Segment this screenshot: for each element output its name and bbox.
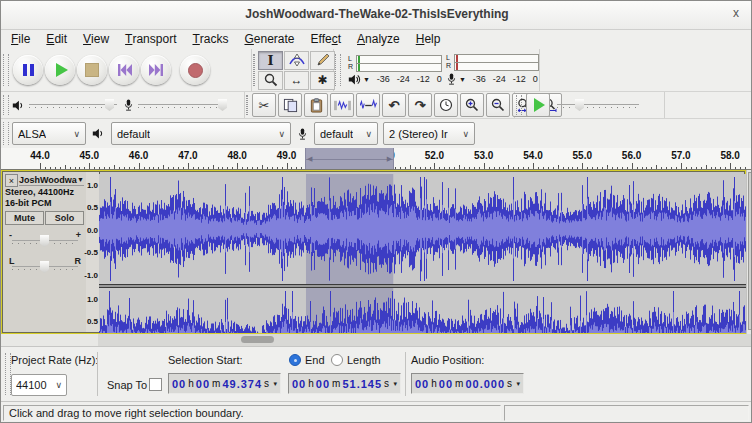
trim-audio-button[interactable] xyxy=(330,93,354,117)
selection-end-field[interactable]: 00h 00m 51.145s ▾ xyxy=(288,373,401,394)
track-name: JoshWoodwa xyxy=(19,175,77,185)
title-bar[interactable]: JoshWoodward-TheWake-02-ThisIsEverything… xyxy=(1,1,752,30)
solo-button[interactable]: Solo xyxy=(45,211,84,225)
minutes-value[interactable]: 00 xyxy=(196,378,210,390)
ruler-selection-region[interactable]: ◀▶ xyxy=(305,148,394,169)
track-close-button[interactable]: × xyxy=(5,174,18,187)
recording-channels-select[interactable]: 2 (Stereo) Ir ∨ xyxy=(383,122,475,145)
play-at-speed-button[interactable] xyxy=(526,93,550,117)
hours-value[interactable]: 00 xyxy=(415,378,429,390)
menu-item-view[interactable]: View xyxy=(75,29,117,49)
toolbar-grip[interactable] xyxy=(253,54,255,87)
waveform-channel-left[interactable] xyxy=(99,174,746,284)
meter-dropdown-icon[interactable]: ▼ xyxy=(459,76,466,83)
pause-button[interactable] xyxy=(13,55,43,85)
zoom-in-icon xyxy=(465,98,479,112)
menu-item-transport[interactable]: Transport xyxy=(117,29,184,49)
undo-button[interactable]: ↶ xyxy=(382,93,406,117)
draw-tool-button[interactable] xyxy=(310,51,335,70)
hours-value[interactable]: 00 xyxy=(292,378,306,390)
menu-item-help[interactable]: Help xyxy=(408,29,449,49)
stop-button[interactable] xyxy=(77,55,107,85)
menu-item-generate[interactable]: Generate xyxy=(236,29,302,49)
seconds-unit: s xyxy=(507,378,512,389)
mute-button[interactable]: Mute xyxy=(5,211,44,225)
playback-speed-slider[interactable] xyxy=(557,98,639,112)
sync-lock-button[interactable] xyxy=(434,93,458,117)
minutes-value[interactable]: 00 xyxy=(439,378,453,390)
playback-device-select[interactable]: default ∨ xyxy=(111,122,291,145)
waveform-channel-right[interactable] xyxy=(99,288,746,333)
record-button[interactable] xyxy=(180,55,210,85)
seconds-value[interactable]: 51.145 xyxy=(342,378,382,390)
zoom-tool-button[interactable] xyxy=(258,71,283,90)
end-radio[interactable] xyxy=(289,354,301,366)
toolbar-grip[interactable] xyxy=(335,54,341,87)
redo-button[interactable]: ↷ xyxy=(408,93,432,117)
audio-track[interactable]: × JoshWoodwa ▼ Stereo, 44100Hz 16-bit PC… xyxy=(1,170,746,334)
toolbar-grip[interactable] xyxy=(516,95,522,115)
project-rate-select[interactable]: 44100 ∨ xyxy=(11,374,67,396)
seconds-value[interactable]: 49.374 xyxy=(222,378,262,390)
skip-to-start-button[interactable] xyxy=(109,55,139,85)
vertical-scrollbar[interactable] xyxy=(746,170,752,334)
play-button[interactable] xyxy=(45,55,75,85)
microphone-icon[interactable] xyxy=(446,72,457,86)
silence-audio-button[interactable] xyxy=(356,93,380,117)
paste-button[interactable] xyxy=(304,93,328,117)
field-caret-icon[interactable]: ▾ xyxy=(273,380,277,388)
field-caret-icon[interactable]: ▾ xyxy=(393,380,397,388)
multi-tool-button[interactable]: ✱ xyxy=(310,71,335,90)
window-close-button[interactable]: x xyxy=(733,6,739,20)
field-caret-icon[interactable]: ▾ xyxy=(516,380,520,388)
track-title-menu[interactable]: JoshWoodwa ▼ xyxy=(19,174,84,186)
timeshift-tool-button[interactable]: ↔ xyxy=(284,71,309,90)
audio-host-select[interactable]: ALSA ∨ xyxy=(12,122,86,145)
horizontal-scrollbar-thumb[interactable] xyxy=(241,336,274,343)
toolbar-grip[interactable] xyxy=(3,122,9,145)
seconds-value[interactable]: 00.000 xyxy=(465,378,505,390)
hours-value[interactable]: 00 xyxy=(172,378,186,390)
menu-item-file[interactable]: File xyxy=(3,29,38,49)
zoom-out-button[interactable] xyxy=(486,93,510,117)
length-radio[interactable] xyxy=(331,354,343,366)
speaker-icon[interactable] xyxy=(348,73,361,86)
menu-item-analyze[interactable]: Analyze xyxy=(349,29,408,49)
toolbar-grip[interactable] xyxy=(246,95,248,115)
draw-tool-icon xyxy=(316,53,330,67)
track-vruler: 1.00.50.0-0.5-1.01.00.5 xyxy=(86,172,100,332)
timeline-ruler[interactable]: 44.045.046.047.048.049.050.051.052.053.0… xyxy=(1,148,752,170)
chevron-down-icon: ∨ xyxy=(462,129,469,139)
minutes-value[interactable]: 00 xyxy=(316,378,330,390)
selection-start-field[interactable]: 00h 00m 49.374s ▾ xyxy=(168,373,281,394)
recording-device-select[interactable]: default ∨ xyxy=(314,122,378,145)
snap-to-label: Snap To xyxy=(107,379,147,391)
snap-to-checkbox[interactable] xyxy=(149,378,162,391)
horizontal-scrollbar[interactable] xyxy=(98,334,752,346)
ruler-time-label: 53.0 xyxy=(470,150,498,161)
selection-tool-button[interactable]: I xyxy=(258,51,283,70)
chevron-down-icon: ∨ xyxy=(73,129,80,139)
meter-dropdown-icon[interactable]: ▼ xyxy=(363,76,370,83)
menu-item-edit[interactable]: Edit xyxy=(38,29,75,49)
playback-meter[interactable]: LR ▼ -36-24-120 xyxy=(348,55,442,86)
menu-item-tracks[interactable]: Tracks xyxy=(184,29,236,49)
recording-meter[interactable]: LR ▼ -36-24-120 xyxy=(446,54,539,86)
vertical-scrollbar-thumb[interactable] xyxy=(748,172,752,330)
zoom-in-button[interactable] xyxy=(460,93,484,117)
audio-position-field[interactable]: 00h 00m 00.000s ▾ xyxy=(411,373,524,394)
menu-item-effect[interactable]: Effect xyxy=(303,29,349,49)
toolbar-grip[interactable] xyxy=(3,95,9,115)
gain-slider[interactable]: - + xyxy=(12,230,78,248)
waveform-canvas-right[interactable] xyxy=(99,288,746,333)
play-at-speed-icon xyxy=(534,98,545,112)
skip-to-end-button[interactable] xyxy=(141,55,171,85)
copy-button[interactable] xyxy=(278,93,302,117)
output-volume-slider[interactable] xyxy=(29,98,117,112)
waveform-canvas-left[interactable] xyxy=(99,174,746,284)
cut-button[interactable]: ✂ xyxy=(252,93,276,117)
pan-slider[interactable]: L R xyxy=(12,256,78,274)
input-volume-slider[interactable] xyxy=(138,98,226,112)
envelope-tool-button[interactable] xyxy=(284,51,309,70)
toolbar-grip[interactable] xyxy=(3,54,9,87)
